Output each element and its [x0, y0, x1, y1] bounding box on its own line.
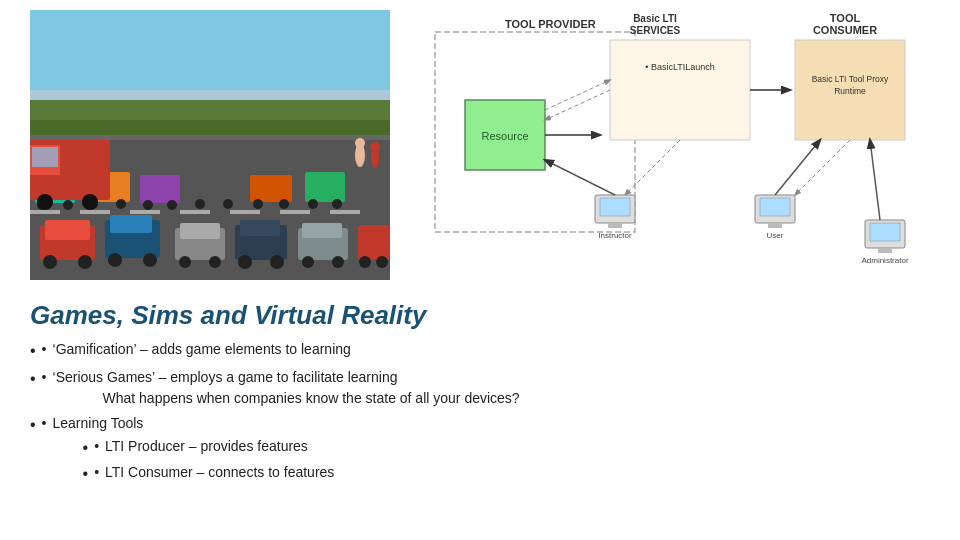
traffic-photo — [30, 10, 390, 280]
svg-text:CONSUMER: CONSUMER — [813, 24, 877, 36]
sub-bullet-text-2: LTI Consumer – connects to features — [105, 462, 334, 483]
sub-bullet-list-3: • LTI Producer – provides features • LTI… — [83, 436, 335, 486]
svg-rect-18 — [110, 215, 152, 233]
svg-rect-48 — [250, 175, 292, 202]
svg-point-57 — [37, 194, 53, 210]
bullet-text-1: ‘Gamification’ – adds game elements to l… — [53, 339, 351, 360]
svg-point-35 — [376, 256, 388, 268]
svg-rect-42 — [140, 175, 180, 203]
section-heading: Games, Sims and Virtual Reality — [30, 300, 930, 331]
svg-rect-26 — [240, 220, 280, 236]
svg-point-50 — [279, 199, 289, 209]
svg-point-58 — [82, 194, 98, 210]
svg-point-41 — [116, 199, 126, 209]
bullet-item-1: • ‘Gamification’ – adds game elements to… — [30, 339, 930, 363]
svg-point-31 — [302, 256, 314, 268]
svg-point-61 — [355, 138, 365, 148]
bullet-text-2: ‘Serious Games’ – employs a game to faci… — [53, 369, 398, 385]
svg-rect-8 — [130, 210, 160, 214]
svg-point-27 — [238, 255, 252, 269]
svg-rect-11 — [280, 210, 310, 214]
svg-rect-6 — [30, 210, 60, 214]
svg-line-86 — [545, 160, 615, 195]
svg-rect-22 — [180, 223, 220, 239]
svg-point-34 — [359, 256, 371, 268]
bullet-marker-1: • — [42, 339, 47, 360]
tool-provider-label: TOOL PROVIDER — [505, 18, 596, 30]
tool-consumer-label: TOOL — [830, 12, 861, 24]
svg-rect-14 — [45, 220, 90, 240]
svg-point-43 — [143, 200, 153, 210]
svg-point-23 — [179, 256, 191, 268]
administrator-label: Administrator — [861, 256, 908, 265]
instructor-label: Instructor — [598, 231, 632, 240]
sub-bullet-marker-2: • — [94, 462, 99, 483]
sub-bullet-marker-1: • — [94, 436, 99, 457]
svg-rect-51 — [305, 172, 345, 202]
svg-rect-33 — [358, 225, 390, 260]
basic-lti-services-label: Basic LTI — [633, 13, 677, 24]
svg-text:Runtime: Runtime — [834, 86, 866, 96]
bullet-marker-3: • — [42, 413, 47, 434]
main-container: TOOL PROVIDER Resource Basic LTI SERVICE… — [0, 0, 960, 540]
svg-rect-9 — [180, 210, 210, 214]
svg-point-46 — [195, 199, 205, 209]
lti-diagram: TOOL PROVIDER Resource Basic LTI SERVICE… — [410, 10, 930, 280]
bullet-content-2: ‘Serious Games’ – employs a game to faci… — [53, 367, 520, 409]
user-label: User — [767, 231, 784, 240]
sub-bullet-text-1: LTI Producer – provides features — [105, 436, 308, 457]
svg-point-62 — [370, 142, 380, 152]
svg-point-28 — [270, 255, 284, 269]
svg-rect-5 — [30, 135, 390, 140]
svg-rect-7 — [80, 210, 110, 214]
svg-line-76 — [625, 140, 680, 195]
svg-point-38 — [63, 200, 73, 210]
bullet-list: • ‘Gamification’ – adds game elements to… — [30, 339, 930, 492]
svg-text:Basic LTI Tool Proxy: Basic LTI Tool Proxy — [812, 74, 889, 84]
indented-text-2: What happens when companies know the sta… — [103, 388, 520, 409]
svg-rect-78 — [600, 198, 630, 216]
svg-point-32 — [332, 256, 344, 268]
svg-rect-56 — [32, 147, 58, 167]
sub-bullet-item-2: • LTI Consumer – connects to features — [83, 462, 335, 486]
sub-bullet-item-1: • LTI Producer – provides features — [83, 436, 335, 460]
svg-rect-10 — [230, 210, 260, 214]
svg-point-52 — [308, 199, 318, 209]
top-section: TOOL PROVIDER Resource Basic LTI SERVICE… — [30, 10, 930, 290]
content-section: Games, Sims and Virtual Reality • ‘Gamif… — [30, 300, 930, 492]
svg-rect-67 — [610, 40, 750, 140]
svg-point-49 — [253, 199, 263, 209]
svg-point-47 — [223, 199, 233, 209]
svg-line-87 — [775, 140, 820, 195]
svg-point-15 — [43, 255, 57, 269]
svg-rect-79 — [608, 223, 622, 228]
bullet-item-3: • Learning Tools • LTI Producer – provid… — [30, 413, 930, 488]
svg-point-20 — [143, 253, 157, 267]
svg-rect-85 — [878, 248, 892, 253]
svg-point-53 — [332, 199, 342, 209]
svg-point-19 — [108, 253, 122, 267]
svg-rect-84 — [870, 223, 900, 241]
svg-rect-45 — [192, 172, 237, 202]
svg-rect-81 — [760, 198, 790, 216]
svg-point-16 — [78, 255, 92, 269]
svg-line-88 — [870, 140, 880, 220]
svg-line-75 — [795, 140, 850, 195]
svg-rect-30 — [302, 223, 342, 238]
svg-rect-82 — [768, 223, 782, 228]
svg-point-44 — [167, 200, 177, 210]
basic-lti-launch-label: • BasicLTILaunch — [645, 62, 715, 72]
bullet-content-3: Learning Tools • LTI Producer – provides… — [53, 413, 335, 488]
resource-label: Resource — [481, 130, 528, 142]
bullet-item-2: • ‘Serious Games’ – employs a game to fa… — [30, 367, 930, 409]
svg-point-24 — [209, 256, 221, 268]
svg-text:SERVICES: SERVICES — [630, 25, 681, 36]
svg-rect-12 — [330, 210, 360, 214]
bullet-marker-2: • — [42, 367, 47, 388]
bullet-text-3: Learning Tools — [53, 415, 144, 431]
